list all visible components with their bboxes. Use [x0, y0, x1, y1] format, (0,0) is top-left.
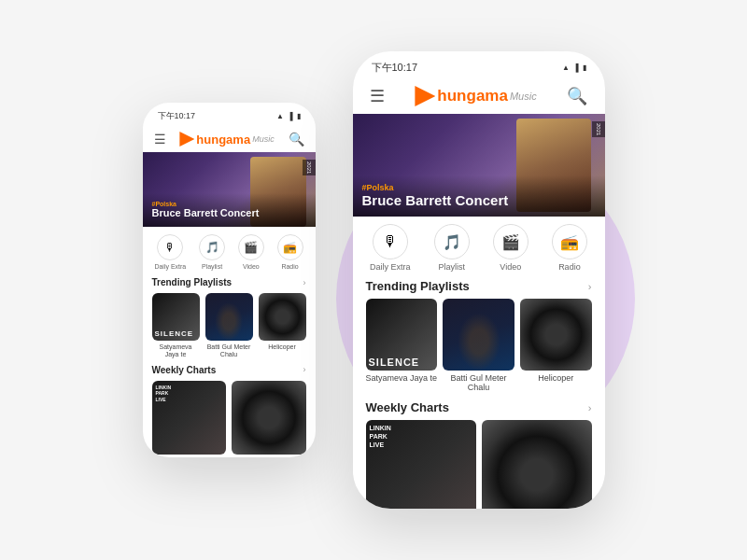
vinyl-art-small — [232, 381, 306, 455]
nav-radio-small[interactable]: 📻 Radio — [277, 234, 303, 270]
trending-more-small[interactable]: › — [303, 278, 306, 287]
weekly-more-large[interactable]: › — [588, 402, 592, 413]
daily-extra-icon-small: 🎙 — [157, 234, 183, 260]
chart-vinyl-small[interactable] — [232, 381, 306, 455]
batti-art-large — [443, 299, 514, 371]
hero-overlay-large: #Polska Bruce Barrett Concert — [353, 175, 605, 217]
nav-label-playlist-small: Playlist — [202, 263, 222, 270]
logo-large: hungama Music — [415, 86, 536, 106]
logo-play-small — [179, 132, 194, 147]
batti-thumb-small — [205, 293, 253, 341]
logo-play-large — [415, 86, 435, 106]
nav-video-small[interactable]: 🎬 Video — [238, 234, 264, 270]
linkin-thumb-small — [152, 381, 227, 455]
logo-hungama-large: hungama — [437, 87, 508, 105]
batti-art-small — [205, 293, 253, 341]
hero-banner-large[interactable]: 2021 #Polska Bruce Barrett Concert — [353, 114, 605, 217]
status-icons-large: ▲ ▐ ▮ — [562, 63, 586, 72]
radio-icon-small: 📻 — [277, 234, 303, 260]
weekly-more-small[interactable]: › — [303, 365, 306, 374]
playlist-icon-large: 🎵 — [434, 224, 470, 259]
daily-extra-icon-large: 🎙 — [373, 224, 408, 259]
logo-hungama-small: hungama — [196, 133, 250, 147]
weekly-title-small: Weekly Charts — [152, 365, 217, 375]
battery-icon: ▮ — [297, 112, 301, 120]
header-large: ☰ hungama Music 🔍 — [353, 78, 605, 114]
silence-thumb-small: SILENCE — [152, 293, 200, 341]
playlist-icon-small: 🎵 — [199, 234, 225, 260]
nav-label-video-large: Video — [500, 262, 521, 272]
chart-vinyl-large[interactable] — [482, 420, 592, 509]
weekly-title-large: Weekly Charts — [366, 400, 449, 414]
trending-header-large: Trending Playlists › — [366, 279, 592, 293]
playlist-silence-small[interactable]: SILENCE Satyameva Jaya te — [152, 293, 200, 359]
vinyl-thumb-small — [232, 381, 306, 455]
hero-image-large: 2021 #Polska Bruce Barrett Concert — [353, 114, 605, 217]
video-icon-large: 🎬 — [493, 224, 529, 259]
playlist-row-large: SILENCE Satyameva Jaya te Batti Gul Mete… — [366, 299, 592, 393]
nav-daily-extra-small[interactable]: 🎙 Daily Extra — [154, 234, 186, 270]
playlist-batti-large[interactable]: Batti Gul Meter Chalu — [443, 299, 514, 393]
menu-icon-small[interactable]: ☰ — [154, 132, 166, 147]
trending-section-large: Trending Playlists › SILENCE Satyameva J… — [353, 279, 605, 400]
nav-playlist-large[interactable]: 🎵 Playlist — [434, 224, 470, 272]
menu-icon-large[interactable]: ☰ — [370, 86, 385, 106]
nav-label-playlist-large: Playlist — [438, 262, 465, 272]
playlist-helicoper-large[interactable]: Helicoper — [520, 299, 592, 393]
playlist-row-small: SILENCE Satyameva Jaya te Batti Gul Mete… — [152, 293, 306, 359]
playlist-label-3-small: Helicoper — [259, 343, 306, 351]
quick-nav-small: 🎙 Daily Extra 🎵 Playlist 🎬 Video 📻 Radio — [143, 227, 316, 277]
search-icon-small[interactable]: 🔍 — [289, 132, 304, 147]
phone-large: 下午10:17 ▲ ▐ ▮ ☰ hungama Music 🔍 2021 #Po… — [353, 51, 605, 509]
silence-art-large: SILENCE — [366, 299, 438, 371]
search-icon-large[interactable]: 🔍 — [567, 86, 587, 106]
logo-music-large: Music — [510, 91, 537, 102]
hero-tag-large: #Polska — [362, 183, 596, 192]
silence-thumb-large: SILENCE — [366, 299, 438, 371]
chart-linkin-large[interactable] — [366, 420, 476, 509]
helicoper-thumb-large — [520, 299, 592, 371]
weekly-section-small: Weekly Charts › — [143, 365, 316, 457]
chart-linkin-small[interactable] — [152, 381, 227, 455]
playlist-silence-large[interactable]: SILENCE Satyameva Jaya te — [366, 299, 438, 393]
weekly-header-small: Weekly Charts › — [152, 365, 306, 375]
logo-music-small: Music — [252, 134, 275, 144]
nav-daily-extra-large[interactable]: 🎙 Daily Extra — [370, 224, 411, 272]
playlist-label-1-large: Satyameva Jaya te — [366, 373, 438, 384]
batti-thumb-large — [443, 299, 514, 371]
nav-label-radio-large: Radio — [558, 262, 581, 272]
hero-label-small: 2021 — [303, 160, 316, 175]
trending-more-large[interactable]: › — [588, 281, 592, 292]
linkin-thumb-large — [366, 420, 476, 509]
nav-label-daily-large: Daily Extra — [370, 262, 411, 272]
playlist-helicoper-small[interactable]: Helicoper — [259, 293, 306, 359]
playlist-label-2-small: Batti Gul Meter Chalu — [205, 343, 253, 359]
helicoper-thumb-small — [259, 293, 306, 341]
weekly-header-large: Weekly Charts › — [366, 400, 592, 414]
nav-playlist-small[interactable]: 🎵 Playlist — [199, 234, 225, 270]
playlist-label-2-large: Batti Gul Meter Chalu — [443, 373, 514, 394]
hero-title-small: Bruce Barrett Concert — [152, 207, 306, 219]
hero-tag-small: #Polska — [152, 201, 306, 207]
signal-icon-large: ▐ — [573, 63, 579, 72]
hero-image-small: 2021 #Polska Bruce Barrett Concert — [143, 152, 316, 227]
vinyl-thumb-large — [482, 420, 592, 509]
hero-title-large: Bruce Barrett Concert — [362, 192, 596, 209]
charts-row-small — [152, 381, 306, 455]
nav-video-large[interactable]: 🎬 Video — [493, 224, 529, 272]
charts-row-large — [366, 420, 592, 509]
hero-banner-small[interactable]: 2021 #Polska Bruce Barrett Concert — [143, 152, 316, 227]
playlist-label-1-small: Satyameva Jaya te — [152, 343, 200, 359]
video-icon-small: 🎬 — [238, 234, 264, 260]
nav-label-daily-small: Daily Extra — [154, 263, 186, 270]
hero-overlay-small: #Polska Bruce Barrett Concert — [143, 193, 316, 227]
nav-label-video-small: Video — [243, 263, 260, 270]
wifi-icon-large: ▲ — [562, 63, 570, 72]
playlist-label-3-large: Helicoper — [520, 373, 592, 384]
nav-radio-large[interactable]: 📻 Radio — [552, 224, 587, 272]
hero-label-large: 2021 — [592, 121, 605, 137]
helicoper-art-small — [259, 293, 306, 341]
trending-title-large: Trending Playlists — [366, 279, 470, 293]
trending-header-small: Trending Playlists › — [152, 277, 306, 287]
playlist-batti-small[interactable]: Batti Gul Meter Chalu — [205, 293, 253, 359]
